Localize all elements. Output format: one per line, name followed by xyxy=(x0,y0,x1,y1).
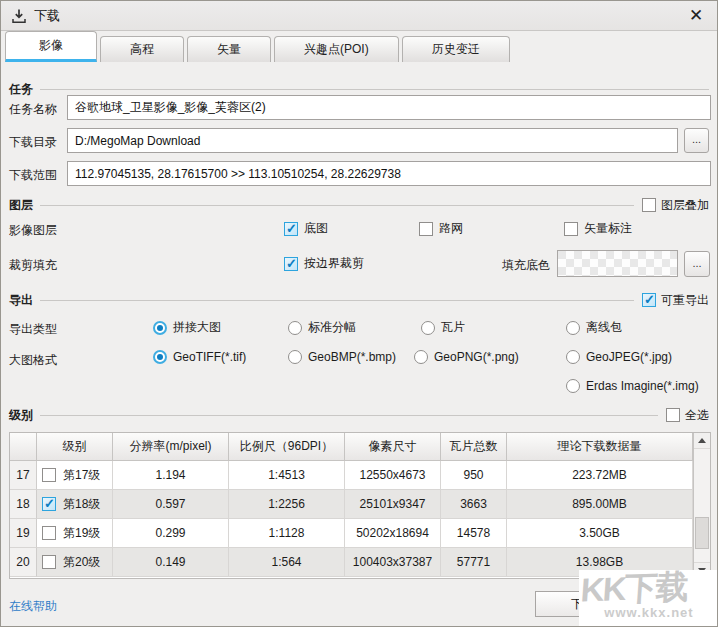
tab-poi[interactable]: 兴趣点(POI) xyxy=(274,36,399,62)
header-pixels: 像素尺寸 xyxy=(345,433,441,461)
tab-elevation[interactable]: 高程 xyxy=(100,36,184,62)
table-header-row: 级别 分辨率(m/pixel) 比例尺（96DPI） 像素尺寸 瓦片总数 理论下… xyxy=(10,433,693,461)
header-size: 理论下载数据量 xyxy=(507,433,693,461)
cell-size: 895.00MB xyxy=(507,490,693,519)
divider xyxy=(40,205,634,206)
header-resolution: 分辨率(m/pixel) xyxy=(113,433,229,461)
table-row: 17 第17级 1.194 1:4513 12550x4673 950 223.… xyxy=(10,461,693,490)
section-layers-label: 图层 xyxy=(9,197,33,214)
type-offline-pack-label: 离线包 xyxy=(586,319,622,336)
download-dir-label: 下载目录 xyxy=(9,134,57,151)
format-erdas-radio[interactable] xyxy=(566,379,580,393)
layer-overlay-label: 图层叠加 xyxy=(661,197,709,214)
format-erdas-label: Erdas Imagine(*.img) xyxy=(586,379,699,393)
cell-tiles: 14578 xyxy=(441,519,507,548)
cell-pixels: 50202x18694 xyxy=(345,519,441,548)
fill-color-label: 填充底色 xyxy=(502,257,550,274)
level-18-label: 第18级 xyxy=(63,496,100,513)
row-number: 20 xyxy=(10,548,37,577)
task-name-input[interactable] xyxy=(67,95,711,120)
export-type-label: 导出类型 xyxy=(9,321,57,338)
format-geobmp-radio[interactable] xyxy=(288,350,302,364)
header-rownum xyxy=(10,433,37,461)
format-geopng-radio[interactable] xyxy=(414,350,428,364)
clip-by-boundary-checkbox[interactable] xyxy=(284,257,298,271)
format-geobmp-label: GeoBMP(*.bmp) xyxy=(308,350,396,364)
table-row: 19 第19级 0.299 1:1128 50202x18694 14578 3… xyxy=(10,519,693,548)
select-all-label: 全选 xyxy=(685,407,709,424)
row-number: 17 xyxy=(10,461,37,490)
vector-label-checkbox[interactable] xyxy=(564,222,578,236)
level-19-checkbox[interactable] xyxy=(42,526,56,540)
type-offline-pack-radio[interactable] xyxy=(566,321,580,335)
type-mosaic-label: 拼接大图 xyxy=(173,319,221,336)
level-18-checkbox[interactable] xyxy=(42,497,56,511)
table-row: 18 第18级 0.597 1:2256 25101x9347 3663 895… xyxy=(10,490,693,519)
tab-vector[interactable]: 矢量 xyxy=(187,36,271,62)
header-tiles: 瓦片总数 xyxy=(441,433,507,461)
header-scale: 比例尺（96DPI） xyxy=(229,433,345,461)
basemap-checkbox[interactable] xyxy=(284,222,298,236)
level-17-label: 第17级 xyxy=(63,467,100,484)
clip-by-boundary-label: 按边界裁剪 xyxy=(304,255,364,272)
watermark-logo: KK下载 xyxy=(580,570,718,607)
browse-dir-button[interactable]: ... xyxy=(684,128,709,153)
close-icon[interactable]: ✕ xyxy=(685,5,707,27)
format-label: 大图格式 xyxy=(9,352,57,369)
online-help-link[interactable]: 在线帮助 xyxy=(9,598,57,615)
select-all-checkbox[interactable] xyxy=(666,408,680,422)
level-20-label: 第20级 xyxy=(63,554,100,571)
cell-pixels: 100403x37387 xyxy=(345,548,441,577)
tab-history[interactable]: 历史变迁 xyxy=(402,36,510,62)
download-icon xyxy=(11,8,27,24)
download-range-input[interactable] xyxy=(67,161,711,186)
format-geojpeg-radio[interactable] xyxy=(566,350,580,364)
row-number: 19 xyxy=(10,519,37,548)
vertical-scrollbar[interactable] xyxy=(693,433,710,578)
section-task-label: 任务 xyxy=(9,81,33,98)
re-export-checkbox[interactable] xyxy=(642,293,656,307)
type-tiles-radio[interactable] xyxy=(421,321,435,335)
type-tiles-label: 瓦片 xyxy=(441,319,465,336)
cell-resolution: 1.194 xyxy=(113,461,229,490)
format-geopng-label: GeoPNG(*.png) xyxy=(434,350,519,364)
row-number: 18 xyxy=(10,490,37,519)
scroll-up-icon[interactable] xyxy=(694,433,710,449)
cell-tiles: 950 xyxy=(441,461,507,490)
cell-scale: 1:564 xyxy=(229,548,345,577)
clip-fill-label: 裁剪填充 xyxy=(9,257,57,274)
re-export-label: 可重导出 xyxy=(661,292,709,309)
download-dir-input[interactable] xyxy=(67,128,678,153)
divider xyxy=(40,300,634,301)
level-17-checkbox[interactable] xyxy=(42,468,56,482)
cell-size: 223.72MB xyxy=(507,461,693,490)
format-geotiff-label: GeoTIFF(*.tif) xyxy=(173,350,246,364)
section-export-label: 导出 xyxy=(9,292,33,309)
level-20-checkbox[interactable] xyxy=(42,555,56,569)
tab-imagery[interactable]: 影像 xyxy=(5,31,97,62)
basemap-label: 底图 xyxy=(304,220,328,237)
cell-scale: 1:4513 xyxy=(229,461,345,490)
section-levels-label: 级别 xyxy=(9,407,33,424)
cell-resolution: 0.299 xyxy=(113,519,229,548)
fill-color-swatch[interactable] xyxy=(557,250,678,277)
cell-tiles: 3663 xyxy=(441,490,507,519)
title-bar: 下载 ✕ xyxy=(1,1,717,31)
type-standard-sheet-label: 标准分幅 xyxy=(308,319,356,336)
roadnet-checkbox[interactable] xyxy=(419,222,433,236)
image-layer-label: 影像图层 xyxy=(9,222,57,239)
layer-overlay-checkbox[interactable] xyxy=(642,198,656,212)
type-standard-sheet-radio[interactable] xyxy=(288,321,302,335)
cell-resolution: 0.597 xyxy=(113,490,229,519)
format-geotiff-radio[interactable] xyxy=(153,350,167,364)
cell-pixels: 25101x9347 xyxy=(345,490,441,519)
levels-table: 级别 分辨率(m/pixel) 比例尺（96DPI） 像素尺寸 瓦片总数 理论下… xyxy=(9,432,711,579)
scrollbar-thumb[interactable] xyxy=(695,517,709,549)
cell-pixels: 12550x4673 xyxy=(345,461,441,490)
fill-color-browse-button[interactable]: ... xyxy=(684,251,710,277)
divider xyxy=(40,415,658,416)
cell-scale: 1:1128 xyxy=(229,519,345,548)
watermark: KK下载 www.kkx.net xyxy=(579,570,718,627)
type-mosaic-radio[interactable] xyxy=(153,321,167,335)
cell-scale: 1:2256 xyxy=(229,490,345,519)
